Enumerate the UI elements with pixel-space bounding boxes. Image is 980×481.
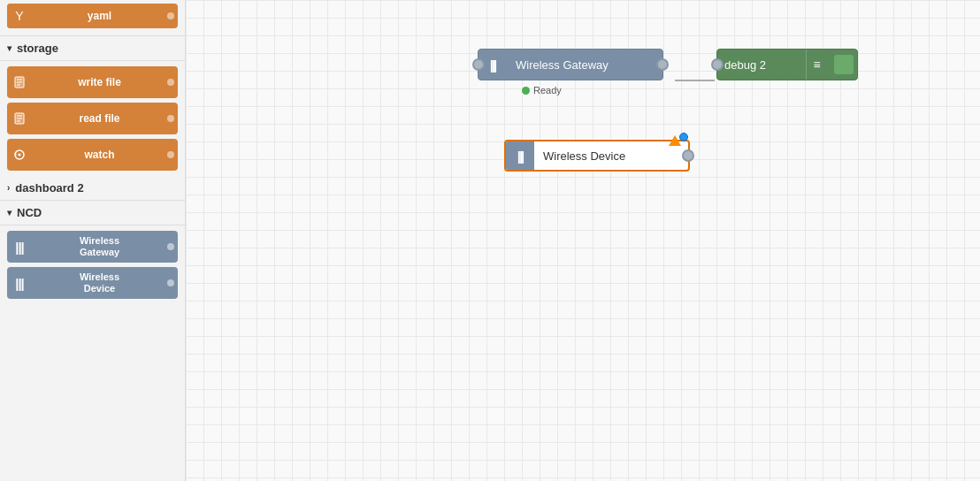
ncd-content: ||| WirelessGateway ||| WirelessDevice [0,225,185,304]
wireless-gateway-sidebar-icon: ||| [7,231,32,263]
watch-icon [7,139,32,171]
wireless-device-canvas-label: Wireless Device [534,149,688,163]
dashboard2-section: › dashboard 2 [0,176,185,201]
wireless-device-port-right[interactable] [682,149,694,162]
wireless-gateway-port-left[interactable] [472,58,485,71]
yaml-icon: Y [7,4,32,28]
watch-label: watch [32,149,167,161]
svg-point-9 [19,154,21,157]
debug2-canvas-node[interactable]: debug 2 ≡ [716,49,858,80]
ncd-header[interactable]: ▾ NCD [0,201,185,225]
ncd-label: NCD [17,206,42,219]
wireless-gateway-canvas-node[interactable]: ||| Wireless Gateway [478,49,663,80]
storage-content: write file read file watch [0,61,185,176]
write-file-icon [7,66,32,98]
status-text: Ready [533,85,562,95]
read-file-node[interactable]: read file [7,103,178,134]
debug2-port-left[interactable] [711,58,724,71]
blue-indicator [679,133,688,141]
yaml-node[interactable]: Y yaml [7,4,178,28]
wireless-device-canvas-node[interactable]: ||| Wireless Device [504,140,690,172]
wireless-gateway-canvas-label: Wireless Gateway [507,58,662,72]
watch-node[interactable]: watch [7,139,178,171]
yaml-label: yaml [32,10,167,22]
canvas[interactable]: ||| Wireless Gateway Ready debug 2 ≡ |||… [186,0,980,481]
wireless-device-sidebar-label: WirelessDevice [32,271,167,294]
wireless-gateway-sidebar-label: WirelessGateway [32,235,167,258]
hamburger-icon: ≡ [813,57,820,72]
write-file-node[interactable]: write file [7,66,178,98]
sidebar: Y yaml ▾ storage write file [0,0,186,481]
storage-section: ▾ storage write file read file [0,36,185,176]
debug2-menu-button[interactable]: ≡ [806,50,831,80]
status-dot [522,87,530,95]
wireless-device-sidebar-node[interactable]: ||| WirelessDevice [7,267,178,299]
wireless-gateway-port-right[interactable] [656,58,669,71]
read-file-label: read file [32,112,167,125]
storage-label: storage [17,42,58,55]
wireless-gateway-sidebar-node[interactable]: ||| WirelessGateway [7,231,178,263]
wireless-device-sidebar-icon: ||| [7,267,32,299]
wireless-device-canvas-icon: ||| [506,141,534,170]
ncd-chevron: ▾ [7,208,11,218]
wireless-gateway-status: Ready [522,85,562,95]
debug2-toggle[interactable] [834,55,854,74]
dashboard2-label: dashboard 2 [15,181,83,195]
write-file-label: write file [32,76,167,88]
dashboard2-chevron: › [7,183,10,193]
debug2-label: debug 2 [717,58,806,72]
storage-header[interactable]: ▾ storage [0,36,185,61]
ncd-section: ▾ NCD ||| WirelessGateway ||| WirelessDe… [0,201,185,304]
read-file-icon [7,103,32,134]
storage-chevron: ▾ [7,43,11,53]
dashboard2-header[interactable]: › dashboard 2 [0,176,185,201]
